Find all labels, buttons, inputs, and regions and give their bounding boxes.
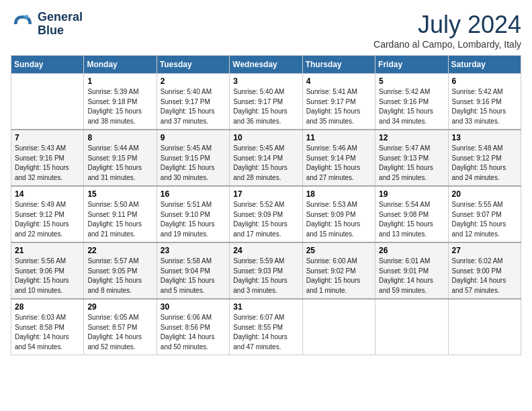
- month-title: July 2024: [373, 11, 521, 39]
- calendar-cell: 9Sunrise: 5:45 AM Sunset: 9:15 PM Daylig…: [157, 130, 229, 186]
- day-info: Sunrise: 5:45 AM Sunset: 9:14 PM Dayligh…: [233, 144, 298, 183]
- day-number: 25: [306, 246, 371, 255]
- weekday-header: Thursday: [302, 56, 375, 74]
- day-info: Sunrise: 6:00 AM Sunset: 9:02 PM Dayligh…: [306, 257, 371, 295]
- calendar-week-row: 7Sunrise: 5:43 AM Sunset: 9:16 PM Daylig…: [11, 130, 521, 186]
- day-info: Sunrise: 5:39 AM Sunset: 9:18 PM Dayligh…: [87, 87, 152, 126]
- day-info: Sunrise: 6:06 AM Sunset: 8:56 PM Dayligh…: [161, 313, 226, 352]
- calendar-cell: [11, 74, 84, 130]
- day-info: Sunrise: 6:07 AM Sunset: 8:55 PM Dayligh…: [233, 313, 298, 352]
- calendar-cell: 8Sunrise: 5:44 AM Sunset: 9:15 PM Daylig…: [84, 130, 157, 186]
- calendar-cell: 7Sunrise: 5:43 AM Sunset: 9:16 PM Daylig…: [11, 130, 84, 186]
- day-info: Sunrise: 5:46 AM Sunset: 9:14 PM Dayligh…: [306, 144, 371, 183]
- calendar-week-row: 1Sunrise: 5:39 AM Sunset: 9:18 PM Daylig…: [11, 74, 521, 130]
- calendar-week-row: 14Sunrise: 5:49 AM Sunset: 9:12 PM Dayli…: [11, 186, 521, 242]
- day-info: Sunrise: 5:40 AM Sunset: 9:17 PM Dayligh…: [233, 87, 298, 126]
- day-info: Sunrise: 5:54 AM Sunset: 9:08 PM Dayligh…: [379, 200, 444, 239]
- day-info: Sunrise: 5:49 AM Sunset: 9:12 PM Dayligh…: [15, 200, 80, 239]
- calendar-cell: 11Sunrise: 5:46 AM Sunset: 9:14 PM Dayli…: [302, 130, 375, 186]
- calendar-cell: 14Sunrise: 5:49 AM Sunset: 9:12 PM Dayli…: [11, 186, 84, 242]
- page-header: General Blue July 2024 Cardano al Campo,…: [11, 11, 521, 50]
- day-number: 9: [161, 133, 226, 142]
- calendar-cell: 21Sunrise: 5:56 AM Sunset: 9:06 PM Dayli…: [11, 242, 84, 299]
- day-number: 5: [379, 77, 444, 86]
- day-number: 12: [379, 133, 444, 142]
- calendar-cell: 25Sunrise: 6:00 AM Sunset: 9:02 PM Dayli…: [302, 242, 375, 299]
- day-number: 15: [87, 189, 152, 199]
- title-block: July 2024 Cardano al Campo, Lombardy, It…: [373, 11, 521, 50]
- day-number: 10: [233, 133, 298, 142]
- calendar-header-row: SundayMondayTuesdayWednesdayThursdayFrid…: [11, 56, 521, 74]
- day-info: Sunrise: 6:02 AM Sunset: 9:00 PM Dayligh…: [452, 257, 517, 295]
- calendar-cell: 16Sunrise: 5:51 AM Sunset: 9:10 PM Dayli…: [157, 186, 229, 242]
- day-info: Sunrise: 5:44 AM Sunset: 9:15 PM Dayligh…: [87, 144, 152, 183]
- calendar-cell: 5Sunrise: 5:42 AM Sunset: 9:16 PM Daylig…: [375, 74, 448, 130]
- day-number: 17: [233, 189, 298, 199]
- day-info: Sunrise: 5:45 AM Sunset: 9:15 PM Dayligh…: [161, 144, 226, 183]
- day-info: Sunrise: 5:56 AM Sunset: 9:06 PM Dayligh…: [15, 257, 80, 295]
- calendar-cell: 31Sunrise: 6:07 AM Sunset: 8:55 PM Dayli…: [230, 299, 302, 355]
- calendar-cell: 4Sunrise: 5:41 AM Sunset: 9:17 PM Daylig…: [302, 74, 375, 130]
- calendar-week-row: 28Sunrise: 6:03 AM Sunset: 8:58 PM Dayli…: [11, 299, 521, 355]
- day-number: 6: [452, 77, 517, 86]
- weekday-header: Sunday: [11, 56, 84, 74]
- weekday-header: Monday: [84, 56, 157, 74]
- calendar-cell: 27Sunrise: 6:02 AM Sunset: 9:00 PM Dayli…: [448, 242, 521, 299]
- day-info: Sunrise: 5:47 AM Sunset: 9:13 PM Dayligh…: [379, 144, 444, 183]
- day-info: Sunrise: 5:58 AM Sunset: 9:04 PM Dayligh…: [161, 257, 226, 295]
- weekday-header: Friday: [375, 56, 448, 74]
- day-info: Sunrise: 5:40 AM Sunset: 9:17 PM Dayligh…: [161, 87, 226, 126]
- day-info: Sunrise: 5:48 AM Sunset: 9:12 PM Dayligh…: [452, 144, 517, 183]
- calendar-cell: 30Sunrise: 6:06 AM Sunset: 8:56 PM Dayli…: [157, 299, 229, 355]
- day-number: 20: [452, 189, 517, 199]
- day-info: Sunrise: 6:03 AM Sunset: 8:58 PM Dayligh…: [15, 313, 80, 352]
- day-number: 19: [379, 189, 444, 199]
- day-number: 23: [161, 246, 226, 255]
- day-number: 26: [379, 246, 444, 255]
- calendar-cell: 29Sunrise: 6:05 AM Sunset: 8:57 PM Dayli…: [84, 299, 157, 355]
- day-number: 2: [161, 77, 226, 86]
- calendar-cell: 12Sunrise: 5:47 AM Sunset: 9:13 PM Dayli…: [375, 130, 448, 186]
- weekday-header: Tuesday: [157, 56, 229, 74]
- day-info: Sunrise: 5:57 AM Sunset: 9:05 PM Dayligh…: [87, 257, 152, 295]
- calendar-cell: 6Sunrise: 5:42 AM Sunset: 9:16 PM Daylig…: [448, 74, 521, 130]
- day-info: Sunrise: 5:52 AM Sunset: 9:09 PM Dayligh…: [233, 200, 298, 239]
- day-info: Sunrise: 5:55 AM Sunset: 9:07 PM Dayligh…: [452, 200, 517, 239]
- day-number: 31: [233, 302, 298, 312]
- calendar-cell: 19Sunrise: 5:54 AM Sunset: 9:08 PM Dayli…: [375, 186, 448, 242]
- calendar-cell: 2Sunrise: 5:40 AM Sunset: 9:17 PM Daylig…: [157, 74, 229, 130]
- day-number: 13: [452, 133, 517, 142]
- calendar-cell: 1Sunrise: 5:39 AM Sunset: 9:18 PM Daylig…: [84, 74, 157, 130]
- calendar-cell: [302, 299, 375, 355]
- calendar-cell: 3Sunrise: 5:40 AM Sunset: 9:17 PM Daylig…: [230, 74, 302, 130]
- day-number: 18: [306, 189, 371, 199]
- day-number: 28: [15, 302, 80, 312]
- calendar-cell: 18Sunrise: 5:53 AM Sunset: 9:09 PM Dayli…: [302, 186, 375, 242]
- calendar-cell: 26Sunrise: 6:01 AM Sunset: 9:01 PM Dayli…: [375, 242, 448, 299]
- day-number: 16: [161, 189, 226, 199]
- day-info: Sunrise: 5:43 AM Sunset: 9:16 PM Dayligh…: [15, 144, 80, 183]
- day-number: 22: [87, 246, 152, 255]
- calendar-cell: 13Sunrise: 5:48 AM Sunset: 9:12 PM Dayli…: [448, 130, 521, 186]
- day-number: 3: [233, 77, 298, 86]
- location-subtitle: Cardano al Campo, Lombardy, Italy: [373, 39, 521, 50]
- day-info: Sunrise: 5:42 AM Sunset: 9:16 PM Dayligh…: [452, 87, 517, 126]
- day-info: Sunrise: 6:01 AM Sunset: 9:01 PM Dayligh…: [379, 257, 444, 295]
- logo-icon: [11, 12, 35, 36]
- day-info: Sunrise: 5:53 AM Sunset: 9:09 PM Dayligh…: [306, 200, 371, 239]
- day-number: 8: [87, 133, 152, 142]
- day-number: 1: [87, 77, 152, 86]
- day-info: Sunrise: 5:59 AM Sunset: 9:03 PM Dayligh…: [233, 257, 298, 295]
- calendar-cell: 17Sunrise: 5:52 AM Sunset: 9:09 PM Dayli…: [230, 186, 302, 242]
- weekday-header: Saturday: [448, 56, 521, 74]
- calendar-table: SundayMondayTuesdayWednesdayThursdayFrid…: [11, 55, 521, 355]
- day-info: Sunrise: 5:50 AM Sunset: 9:11 PM Dayligh…: [87, 200, 152, 239]
- day-number: 30: [161, 302, 226, 312]
- calendar-cell: 15Sunrise: 5:50 AM Sunset: 9:11 PM Dayli…: [84, 186, 157, 242]
- calendar-cell: [375, 299, 448, 355]
- day-number: 29: [87, 302, 152, 312]
- day-info: Sunrise: 5:51 AM Sunset: 9:10 PM Dayligh…: [161, 200, 226, 239]
- day-number: 7: [15, 133, 80, 142]
- day-number: 27: [452, 246, 517, 255]
- calendar-cell: [448, 299, 521, 355]
